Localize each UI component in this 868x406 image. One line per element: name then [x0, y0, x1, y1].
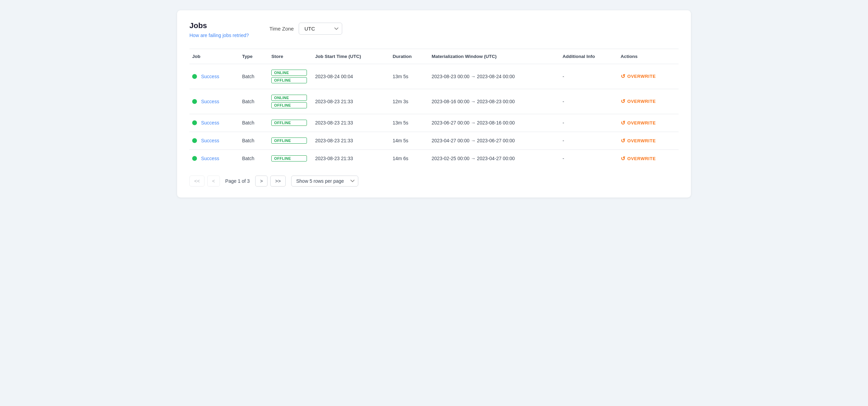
- job-cell-4: Success: [189, 150, 238, 167]
- additional-info-cell: -: [558, 64, 617, 89]
- store-cell: ONLINEOFFLINE: [267, 89, 311, 114]
- offline-badge: OFFLINE: [271, 138, 307, 144]
- overwrite-button[interactable]: ↺ OVERWRITE: [621, 138, 656, 144]
- overwrite-button[interactable]: ↺ OVERWRITE: [621, 120, 656, 126]
- timezone-label: Time Zone: [270, 26, 294, 32]
- table-row: SuccessBatchONLINEOFFLINE2023-08-24 00:0…: [189, 64, 679, 89]
- type-cell: Batch: [238, 64, 268, 89]
- page-title: Jobs: [189, 21, 249, 30]
- status-dot: [192, 156, 197, 161]
- mat-window-cell: 2023-06-27 00:00 → 2023-08-16 00:00: [427, 114, 558, 132]
- job-link[interactable]: Success: [201, 120, 219, 126]
- online-badge: ONLINE: [271, 95, 307, 101]
- store-cell: OFFLINE: [267, 150, 311, 167]
- table-row: SuccessBatchOFFLINE2023-08-23 21:3313m 5…: [189, 114, 679, 132]
- offline-badge: OFFLINE: [271, 120, 307, 126]
- additional-info-cell: -: [558, 150, 617, 167]
- mat-window-cell: 2023-08-23 00:00 → 2023-08-24 00:00: [427, 64, 558, 89]
- status-dot: [192, 120, 197, 125]
- table-header: Job Type Store Job Start Time (UTC) Dura…: [189, 49, 679, 64]
- action-cell: ↺ OVERWRITE: [617, 114, 679, 132]
- store-cell: OFFLINE: [267, 114, 311, 132]
- job-link[interactable]: Success: [201, 99, 219, 104]
- type-cell: Batch: [238, 132, 268, 150]
- duration-cell: 12m 3s: [388, 89, 427, 114]
- overwrite-icon: ↺: [621, 155, 625, 162]
- start-time-cell: 2023-08-24 00:04: [311, 64, 388, 89]
- failing-jobs-link[interactable]: How are failing jobs retried?: [189, 33, 249, 38]
- first-page-button[interactable]: <<: [189, 176, 204, 187]
- type-cell: Batch: [238, 114, 268, 132]
- overwrite-button[interactable]: ↺ OVERWRITE: [621, 155, 656, 162]
- status-dot: [192, 99, 197, 104]
- start-time-cell: 2023-08-23 21:33: [311, 114, 388, 132]
- page-info: Page 1 of 3: [225, 178, 250, 184]
- type-cell: Batch: [238, 150, 268, 167]
- mat-window-cell: 2023-02-25 00:00 → 2023-04-27 00:00: [427, 150, 558, 167]
- job-cell-1: Success: [189, 89, 238, 114]
- col-store: Store: [267, 49, 311, 64]
- table-row: SuccessBatchONLINEOFFLINE2023-08-23 21:3…: [189, 89, 679, 114]
- duration-cell: 14m 5s: [388, 132, 427, 150]
- job-cell-0: Success: [189, 64, 238, 89]
- col-type: Type: [238, 49, 268, 64]
- mat-window-cell: 2023-08-16 00:00 → 2023-08-23 00:00: [427, 89, 558, 114]
- col-start-time: Job Start Time (UTC): [311, 49, 388, 64]
- header-left: Jobs How are failing jobs retried?: [189, 21, 249, 39]
- additional-info-cell: -: [558, 89, 617, 114]
- table-row: SuccessBatchOFFLINE2023-08-23 21:3314m 5…: [189, 132, 679, 150]
- pagination-row: << < Page 1 of 3 > >> Show 5 rows per pa…: [189, 176, 679, 187]
- overwrite-icon: ↺: [621, 138, 625, 144]
- status-dot: [192, 74, 197, 79]
- prev-page-button[interactable]: <: [207, 176, 220, 187]
- store-cell: OFFLINE: [267, 132, 311, 150]
- job-cell-2: Success: [189, 114, 238, 132]
- col-job: Job: [189, 49, 238, 64]
- last-page-button[interactable]: >>: [270, 176, 285, 187]
- header-row: Jobs How are failing jobs retried? Time …: [189, 21, 679, 39]
- job-link[interactable]: Success: [201, 138, 219, 143]
- action-cell: ↺ OVERWRITE: [617, 132, 679, 150]
- overwrite-button[interactable]: ↺ OVERWRITE: [621, 73, 656, 80]
- type-cell: Batch: [238, 89, 268, 114]
- col-duration: Duration: [388, 49, 427, 64]
- job-cell-3: Success: [189, 132, 238, 150]
- store-cell: ONLINEOFFLINE: [267, 64, 311, 89]
- action-cell: ↺ OVERWRITE: [617, 150, 679, 167]
- job-link[interactable]: Success: [201, 74, 219, 79]
- rows-per-page-select[interactable]: Show 5 rows per page Show 10 rows per pa…: [291, 176, 358, 187]
- start-time-cell: 2023-08-23 21:33: [311, 150, 388, 167]
- overwrite-icon: ↺: [621, 98, 625, 105]
- col-mat-window: Materialization Window (UTC): [427, 49, 558, 64]
- main-card: Jobs How are failing jobs retried? Time …: [177, 10, 691, 198]
- timezone-section: Time Zone UTC US/Eastern US/Pacific: [270, 23, 342, 35]
- offline-badge: OFFLINE: [271, 155, 307, 162]
- col-additional-info: Additional Info: [558, 49, 617, 64]
- offline-badge: OFFLINE: [271, 77, 307, 83]
- additional-info-cell: -: [558, 132, 617, 150]
- next-page-button[interactable]: >: [255, 176, 268, 187]
- additional-info-cell: -: [558, 114, 617, 132]
- overwrite-icon: ↺: [621, 73, 625, 80]
- overwrite-icon: ↺: [621, 120, 625, 126]
- mat-window-cell: 2023-04-27 00:00 → 2023-06-27 00:00: [427, 132, 558, 150]
- job-link[interactable]: Success: [201, 156, 219, 161]
- start-time-cell: 2023-08-23 21:33: [311, 89, 388, 114]
- table-body: SuccessBatchONLINEOFFLINE2023-08-24 00:0…: [189, 64, 679, 167]
- offline-badge: OFFLINE: [271, 102, 307, 108]
- status-dot: [192, 138, 197, 143]
- timezone-select[interactable]: UTC US/Eastern US/Pacific: [299, 23, 342, 35]
- online-badge: ONLINE: [271, 70, 307, 76]
- duration-cell: 13m 5s: [388, 64, 427, 89]
- table-row: SuccessBatchOFFLINE2023-08-23 21:3314m 6…: [189, 150, 679, 167]
- jobs-table: Job Type Store Job Start Time (UTC) Dura…: [189, 49, 679, 167]
- duration-cell: 14m 6s: [388, 150, 427, 167]
- col-actions: Actions: [617, 49, 679, 64]
- action-cell: ↺ OVERWRITE: [617, 89, 679, 114]
- action-cell: ↺ OVERWRITE: [617, 64, 679, 89]
- duration-cell: 13m 5s: [388, 114, 427, 132]
- start-time-cell: 2023-08-23 21:33: [311, 132, 388, 150]
- overwrite-button[interactable]: ↺ OVERWRITE: [621, 98, 656, 105]
